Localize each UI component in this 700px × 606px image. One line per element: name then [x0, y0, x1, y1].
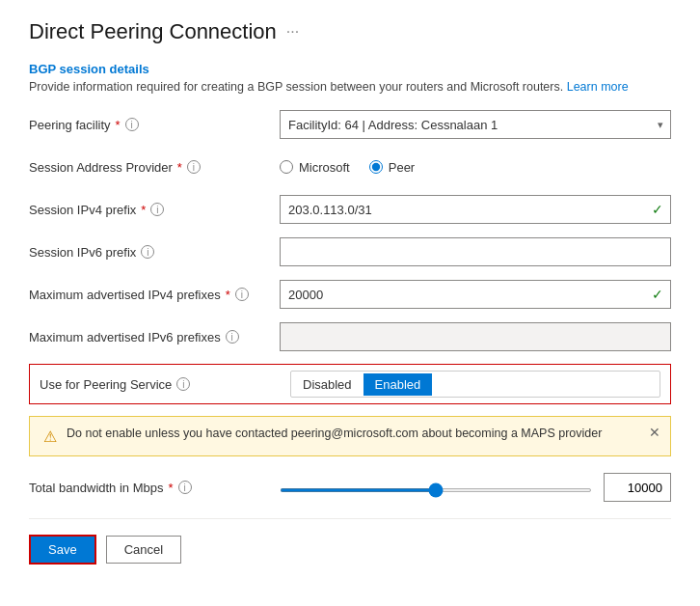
- max-ipv4-input[interactable]: 20000: [280, 280, 671, 309]
- session-ipv4-label: Session IPv4 prefix * i: [29, 203, 280, 217]
- warning-close-icon[interactable]: ✕: [649, 425, 660, 440]
- session-address-provider-control: Microsoft Peer: [280, 160, 671, 175]
- session-ipv4-input[interactable]: 203.0.113.0/31: [280, 195, 671, 224]
- max-ipv4-control: 20000 ✓: [280, 280, 671, 309]
- peering-service-row: Use for Peering Service i Disabled Enabl…: [29, 364, 671, 404]
- action-bar: Save Cancel: [29, 535, 671, 565]
- max-ipv6-input[interactable]: [280, 322, 671, 351]
- ellipsis-menu-icon[interactable]: ···: [286, 23, 299, 41]
- peering-facility-row: Peering facility * i FacilityId: 64 | Ad…: [29, 109, 671, 140]
- session-ipv6-row: Session IPv6 prefix i: [29, 236, 671, 267]
- toggle-disabled[interactable]: Disabled: [291, 373, 363, 396]
- session-ipv6-control: [280, 237, 671, 266]
- radio-peer[interactable]: Peer: [369, 160, 415, 175]
- peering-facility-info-icon[interactable]: i: [125, 118, 139, 131]
- max-ipv6-row: Maximum advertised IPv6 prefixes i: [29, 321, 671, 352]
- max-ipv6-info-icon[interactable]: i: [226, 330, 239, 344]
- toggle-enabled[interactable]: Enabled: [363, 373, 433, 396]
- bandwidth-slider[interactable]: [280, 488, 592, 492]
- session-ipv6-info-icon[interactable]: i: [141, 245, 154, 259]
- bandwidth-value-input[interactable]: 10000: [604, 473, 671, 502]
- session-ipv4-info-icon[interactable]: i: [150, 203, 164, 216]
- session-address-provider-row: Session Address Provider * i Microsoft P…: [29, 152, 671, 182]
- peering-service-toggle[interactable]: Disabled Enabled: [290, 371, 660, 398]
- max-ipv4-label: Maximum advertised IPv4 prefixes * i: [29, 288, 280, 302]
- divider: [29, 518, 671, 519]
- session-ipv4-control: 203.0.113.0/31 ✓: [280, 195, 671, 224]
- session-address-provider-label: Session Address Provider * i: [29, 160, 280, 175]
- session-ipv4-row: Session IPv4 prefix * i 203.0.113.0/31 ✓: [29, 194, 671, 225]
- save-button[interactable]: Save: [29, 535, 96, 565]
- learn-more-link[interactable]: Learn more: [567, 80, 629, 94]
- bandwidth-info-icon[interactable]: i: [178, 481, 192, 494]
- radio-microsoft-input[interactable]: [280, 160, 293, 174]
- session-ipv6-input[interactable]: [280, 237, 671, 266]
- cancel-button[interactable]: Cancel: [106, 536, 181, 564]
- session-ipv6-label: Session IPv6 prefix i: [29, 245, 280, 260]
- peering-facility-select[interactable]: FacilityId: 64 | Address: Cessnalaan 1: [280, 110, 671, 139]
- bandwidth-label: Total bandwidth in Mbps * i: [29, 481, 280, 495]
- max-ipv4-row: Maximum advertised IPv4 prefixes * i 200…: [29, 279, 671, 310]
- peering-service-label: Use for Peering Service i: [40, 377, 290, 392]
- max-ipv6-label: Maximum advertised IPv6 prefixes i: [29, 330, 280, 344]
- radio-peer-input[interactable]: [369, 160, 383, 174]
- peering-service-control: Disabled Enabled: [290, 371, 660, 398]
- session-ipv4-valid-icon: ✓: [652, 202, 663, 217]
- max-ipv4-info-icon[interactable]: i: [235, 288, 249, 301]
- max-ipv6-control: [280, 322, 671, 351]
- peering-service-info-icon[interactable]: i: [176, 377, 190, 391]
- session-address-provider-info-icon[interactable]: i: [187, 160, 201, 174]
- max-ipv4-valid-icon: ✓: [652, 287, 663, 302]
- peering-facility-label: Peering facility * i: [29, 118, 280, 132]
- warning-text: Do not enable unless you have contacted …: [67, 427, 657, 440]
- warning-banner: ⚠ Do not enable unless you have contacte…: [29, 416, 671, 456]
- bgp-section-title: BGP session details: [29, 62, 671, 76]
- page-title: Direct Peering Connection: [29, 19, 277, 44]
- bandwidth-control: 10000: [280, 473, 671, 502]
- peering-facility-control: FacilityId: 64 | Address: Cessnalaan 1 ▾: [280, 110, 671, 139]
- warning-triangle-icon: ⚠: [43, 427, 57, 446]
- page-title-row: Direct Peering Connection ···: [29, 19, 671, 44]
- bgp-section-desc: Provide information required for creatin…: [29, 80, 671, 94]
- bandwidth-row: Total bandwidth in Mbps * i 10000: [29, 472, 671, 503]
- bandwidth-slider-wrapper: [280, 481, 592, 495]
- radio-microsoft[interactable]: Microsoft: [280, 160, 350, 175]
